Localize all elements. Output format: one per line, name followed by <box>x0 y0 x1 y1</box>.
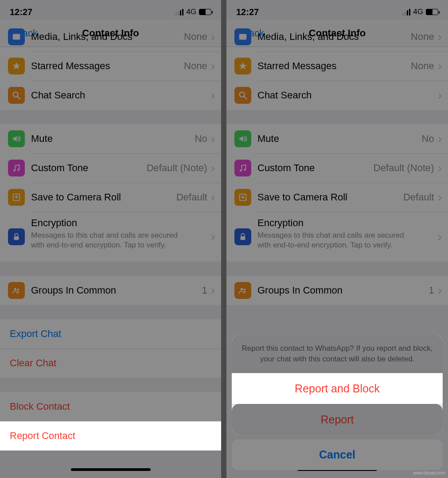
svg-line-11 <box>244 97 247 99</box>
export-label: Export Chat <box>10 328 61 340</box>
starred-label: Starred Messages <box>31 60 110 72</box>
groups-label: Groups In Common <box>257 285 343 296</box>
speaker-icon <box>8 130 25 147</box>
starred-label: Starred Messages <box>257 60 337 72</box>
status-right: 4G <box>175 8 211 16</box>
svg-point-16 <box>241 288 243 291</box>
row-tone[interactable]: Custom Tone Default (Note) › <box>226 153 448 183</box>
music-icon <box>234 160 251 176</box>
starred-value: None <box>184 60 211 72</box>
chevron-right-icon: › <box>438 31 442 43</box>
clear-label: Clear Chat <box>10 357 56 369</box>
svg-point-3 <box>13 169 16 172</box>
camera-value: Default <box>403 192 438 203</box>
group-groups: Groups In Common 1 › <box>0 276 221 305</box>
group-groups: Groups In Common 1 › <box>226 276 448 305</box>
status-bar: 12:27 4G <box>0 0 221 20</box>
chevron-right-icon: › <box>211 60 215 72</box>
row-block[interactable]: Block Contact <box>0 392 221 421</box>
signal-icon <box>402 9 410 16</box>
row-encryption[interactable]: Encryption Messages to this chat and cal… <box>0 212 221 262</box>
music-icon <box>8 160 25 176</box>
row-search[interactable]: Chat Search › <box>226 81 448 110</box>
people-icon <box>8 282 25 299</box>
media-icon <box>8 28 25 45</box>
media-icon <box>234 28 251 45</box>
row-clear[interactable]: Clear Chat <box>0 349 221 378</box>
row-search[interactable]: Chat Search › <box>0 81 221 110</box>
row-mute[interactable]: Mute No › <box>226 124 448 153</box>
chevron-right-icon: › <box>211 162 215 174</box>
row-encryption[interactable]: Encryption Messages to this chat and cal… <box>226 212 448 262</box>
chevron-right-icon: › <box>438 284 442 297</box>
tone-label: Custom Tone <box>257 162 315 174</box>
sheet-report-block-button[interactable]: Report and Block <box>232 373 443 404</box>
battery-icon <box>426 9 438 15</box>
network-label: 4G <box>413 8 423 16</box>
groups-value: 1 <box>429 285 437 296</box>
star-icon <box>8 58 25 74</box>
encryption-label: Encryption <box>31 217 77 229</box>
star-icon <box>234 58 251 74</box>
right-phone: 12:27 4G Back Contact Info Media, Links,… <box>226 0 448 478</box>
chevron-right-icon: › <box>211 284 215 297</box>
media-label: Media, Links, and Docs <box>257 31 359 43</box>
lock-icon <box>234 228 251 245</box>
row-media[interactable]: Media, Links, and Docs None › <box>0 22 221 51</box>
row-camera[interactable]: Save to Camera Roll Default › <box>226 183 448 212</box>
row-export[interactable]: Export Chat <box>0 319 221 349</box>
sheet-message: Report this contact to WhatsApp? If you … <box>232 335 443 373</box>
battery-icon <box>199 9 211 15</box>
row-media[interactable]: Media, Links, and Docs None › <box>226 22 448 51</box>
svg-point-8 <box>17 289 19 291</box>
chevron-right-icon: › <box>438 162 442 174</box>
watermark: www.deuaq.com <box>413 470 445 475</box>
search-icon <box>8 87 25 104</box>
mute-label: Mute <box>31 133 53 145</box>
svg-rect-15 <box>241 236 245 240</box>
row-report[interactable]: Report Contact <box>0 421 221 451</box>
sheet-report-button[interactable]: Report <box>232 404 443 435</box>
group-media: Media, Links, and Docs None › Starred Me… <box>0 22 221 110</box>
groups-value: 1 <box>202 285 210 296</box>
row-tone[interactable]: Custom Tone Default (Note) › <box>0 153 221 183</box>
save-icon <box>8 189 25 206</box>
row-starred[interactable]: Starred Messages None › <box>226 51 448 81</box>
row-groups[interactable]: Groups In Common 1 › <box>0 276 221 305</box>
tone-value: Default (Note) <box>147 162 211 174</box>
tone-label: Custom Tone <box>31 162 88 174</box>
media-value: None <box>184 31 211 43</box>
home-indicator <box>71 468 151 471</box>
camera-label: Save to Camera Roll <box>31 192 121 203</box>
row-mute[interactable]: Mute No › <box>0 124 221 153</box>
save-icon <box>234 189 251 206</box>
content: Media, Links, and Docs None › Starred Me… <box>0 22 221 451</box>
group-settings: Mute No › Custom Tone Default (Note) › <box>226 124 448 262</box>
sheet-body: Report this contact to WhatsApp? If you … <box>232 335 443 435</box>
chevron-right-icon: › <box>438 231 442 243</box>
chevron-right-icon: › <box>438 191 442 204</box>
svg-point-17 <box>243 289 245 291</box>
encryption-sub: Messages to this chat and calls are secu… <box>257 229 408 256</box>
row-groups[interactable]: Groups In Common 1 › <box>226 276 448 305</box>
block-label: Block Contact <box>10 401 70 412</box>
chevron-right-icon: › <box>211 191 215 204</box>
group-block: Block Contact Report Contact <box>0 392 221 451</box>
svg-point-7 <box>14 288 17 291</box>
chevron-right-icon: › <box>438 133 442 145</box>
row-starred[interactable]: Starred Messages None › <box>0 51 221 81</box>
chevron-right-icon: › <box>211 89 215 102</box>
svg-point-13 <box>244 168 246 171</box>
chevron-right-icon: › <box>438 89 442 102</box>
search-label: Chat Search <box>257 90 312 101</box>
group-media: Media, Links, and Docs None › Starred Me… <box>226 22 448 110</box>
row-camera[interactable]: Save to Camera Roll Default › <box>0 183 221 212</box>
encryption-label: Encryption <box>257 217 304 229</box>
chevron-right-icon: › <box>438 60 442 72</box>
mute-value: No <box>422 133 438 145</box>
lock-icon <box>8 228 25 245</box>
svg-rect-0 <box>13 34 20 40</box>
sheet-cancel-button[interactable]: Cancel <box>232 439 443 470</box>
camera-value: Default <box>176 192 211 203</box>
svg-point-4 <box>17 168 19 171</box>
